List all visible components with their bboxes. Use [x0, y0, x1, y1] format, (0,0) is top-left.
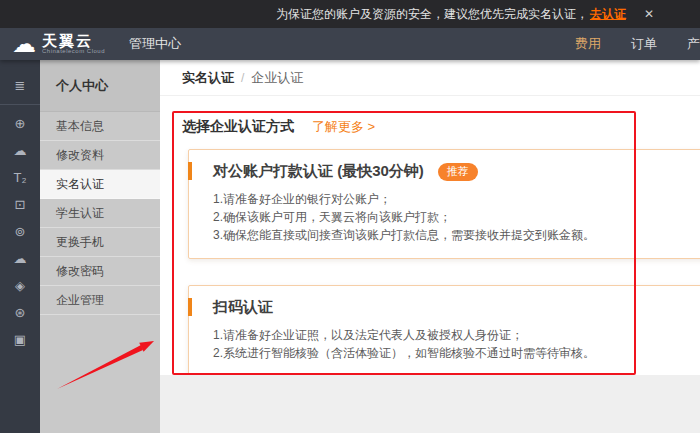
dashboard-icon[interactable]: ⊕: [0, 110, 40, 137]
card-instruction: 3.确保您能直接或间接查询该账户打款信息，需要接收并提交到账金额。: [213, 226, 700, 244]
cloud-logo-icon: ☁: [12, 32, 36, 56]
menu-management-center[interactable]: 管理中心: [129, 35, 181, 53]
layers-icon[interactable]: ≣: [0, 72, 40, 99]
icon-rail: ≣ ⊕ ☁ T₂ ⊡ ⊚ ☁ ◈ ⊛ ▣: [0, 60, 40, 433]
share-icon[interactable]: ⊛: [0, 299, 40, 326]
translate-icon[interactable]: T₂: [0, 164, 40, 191]
card-instruction: 1.请准备好企业的银行对公账户；: [213, 190, 700, 208]
console-icon[interactable]: ⊡: [0, 191, 40, 218]
breadcrumb-child: 企业认证: [251, 69, 303, 87]
main-content: 实名认证 / 企业认证 选择企业认证方式 了解更多 > 对公账户打款认证 (最快…: [160, 60, 700, 433]
app-header: ☁ 天翼云 Chinatelecom Cloud 管理中心 费用 订单 产: [0, 28, 700, 60]
card-corporate-account-auth[interactable]: 对公账户打款认证 (最快30分钟) 推荐 1.请准备好企业的银行对公账户； 2.…: [188, 149, 700, 259]
card-instruction: 2.系统进行智能核验（含活体验证），如智能核验不通过时需等待审核。: [213, 344, 700, 362]
card-instruction: 1.请准备好企业证照，以及法定代表人及被授权人身份证；: [213, 326, 700, 344]
sidebar-item-enterprise-mgmt[interactable]: 企业管理: [40, 286, 160, 315]
notification-message: 为保证您的账户及资源的安全，建议您优先完成实名认证，: [276, 6, 588, 23]
sidebar-item-change-phone[interactable]: 更换手机: [40, 228, 160, 257]
sidebar-item-student-auth[interactable]: 学生认证: [40, 199, 160, 228]
sidebar-item-edit-profile[interactable]: 修改资料: [40, 141, 160, 170]
image-icon[interactable]: ▣: [0, 326, 40, 353]
verify-now-link[interactable]: 去认证: [590, 6, 626, 23]
sidebar-title: 个人中心: [40, 60, 160, 112]
card-title: 对公账户打款认证 (最快30分钟): [213, 162, 424, 181]
nav-orders[interactable]: 订单: [631, 35, 657, 53]
brand-logo[interactable]: ☁ 天翼云 Chinatelecom Cloud: [12, 32, 105, 56]
brand-subtitle: Chinatelecom Cloud: [42, 48, 105, 55]
brand-title: 天翼云: [42, 33, 105, 48]
sidebar-item-basic-info[interactable]: 基本信息: [40, 112, 160, 141]
section-title: 选择企业认证方式: [182, 118, 294, 136]
learn-more-link[interactable]: 了解更多 >: [312, 118, 375, 136]
rail-divider: [0, 104, 40, 105]
breadcrumb: 实名认证 / 企业认证: [160, 60, 700, 96]
close-icon[interactable]: ✕: [644, 7, 654, 21]
accent-bar: [188, 162, 192, 180]
nav-products[interactable]: 产: [687, 35, 700, 53]
breadcrumb-current[interactable]: 实名认证: [182, 69, 234, 87]
card-qrcode-auth[interactable]: 扫码认证 1.请准备好企业证照，以及法定代表人及被授权人身份证； 2.系统进行智…: [188, 285, 700, 377]
nav-billing[interactable]: 费用: [575, 35, 601, 53]
card-title: 扫码认证: [213, 298, 273, 317]
notification-bar: 为保证您的账户及资源的安全，建议您优先完成实名认证， 去认证 ✕: [0, 0, 700, 28]
sidebar: 个人中心 基本信息 修改资料 实名认证 学生认证 更换手机 修改密码 企业管理: [40, 60, 160, 433]
network-icon[interactable]: ⊚: [0, 218, 40, 245]
header-nav: 费用 订单 产: [545, 35, 700, 53]
sidebar-item-realname-auth[interactable]: 实名认证: [40, 170, 160, 199]
shield-icon[interactable]: ◈: [0, 272, 40, 299]
card-instruction: 2.确保该账户可用，天翼云将向该账户打款；: [213, 208, 700, 226]
page-background: [160, 375, 700, 433]
recommended-badge: 推荐: [438, 163, 478, 181]
sidebar-item-change-password[interactable]: 修改密码: [40, 257, 160, 286]
breadcrumb-separator: /: [241, 71, 244, 85]
accent-bar: [188, 298, 192, 316]
cloud-status-icon[interactable]: ☁: [0, 245, 40, 272]
cloud-icon[interactable]: ☁: [0, 137, 40, 164]
